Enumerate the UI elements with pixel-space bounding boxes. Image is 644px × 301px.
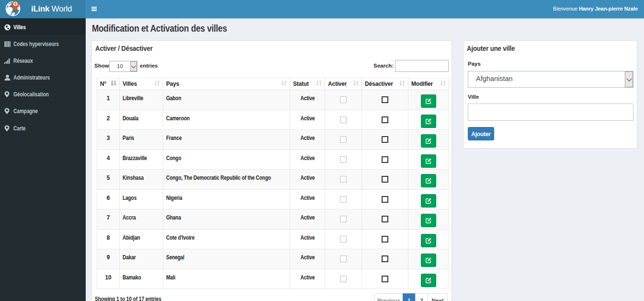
svg-text:$: $ <box>14 1 17 6</box>
